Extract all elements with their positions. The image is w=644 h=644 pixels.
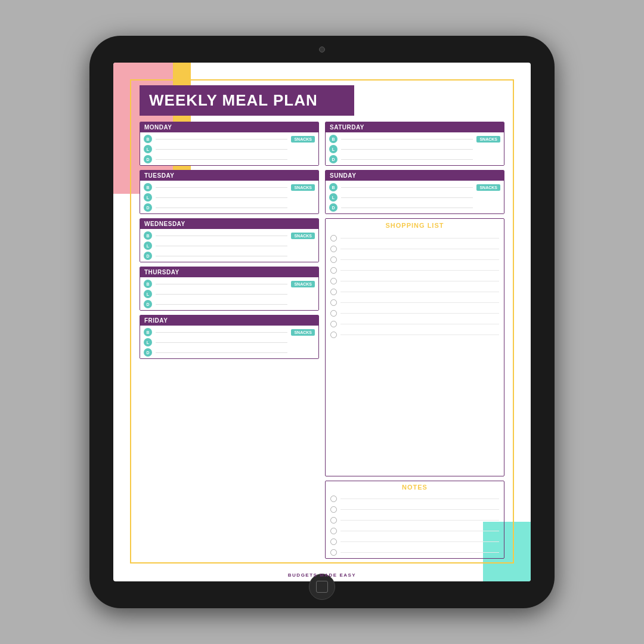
wednesday-dinner: D xyxy=(144,252,287,260)
wednesday-meals: B L D xyxy=(144,231,287,260)
shopping-item-6 xyxy=(330,288,499,295)
thursday-body: B L D xyxy=(140,277,318,310)
dinner-circle: D xyxy=(329,203,338,212)
friday-body: B L D xyxy=(140,326,318,358)
shopping-item-9 xyxy=(330,320,499,327)
check-circle[interactable] xyxy=(330,506,337,513)
check-circle[interactable] xyxy=(330,332,337,338)
saturday-body: B L D xyxy=(326,132,504,165)
meal-line xyxy=(341,197,473,198)
days-grid: MONDAY B L xyxy=(140,122,504,559)
monday-meals: B L D xyxy=(144,135,287,163)
tablet: WEEKLY MEAL PLAN MONDAY B xyxy=(89,36,555,608)
meal-line xyxy=(156,294,287,295)
item-line xyxy=(340,541,499,542)
breakfast-circle: B xyxy=(329,135,338,143)
check-circle[interactable] xyxy=(330,528,337,534)
item-line xyxy=(340,281,499,281)
lunch-circle: L xyxy=(329,145,338,153)
meal-line xyxy=(156,284,287,284)
shopping-list-title: SHOPPING LIST xyxy=(326,219,504,232)
notes-body xyxy=(326,493,504,558)
breakfast-circle: B xyxy=(144,135,152,143)
friday-dinner: D xyxy=(144,348,287,357)
saturday-lunch: L xyxy=(329,145,473,153)
item-line xyxy=(340,313,499,314)
meal-line xyxy=(156,304,287,305)
title-area: WEEKLY MEAL PLAN xyxy=(140,85,354,116)
meal-line xyxy=(156,342,287,343)
friday-meals: B L D xyxy=(144,328,287,357)
wednesday-breakfast: B xyxy=(144,231,287,240)
shopping-item-7 xyxy=(330,299,499,306)
sunday-snacks-badge: SNACKS xyxy=(476,184,500,191)
check-circle[interactable] xyxy=(330,235,337,242)
item-line xyxy=(340,238,499,239)
left-column: MONDAY B L xyxy=(140,122,319,559)
shopping-item-3 xyxy=(330,256,499,263)
item-line xyxy=(340,259,499,260)
wednesday-snacks-badge: SNACKS xyxy=(291,233,315,239)
tuesday-lunch: L xyxy=(144,193,287,202)
shopping-item-1 xyxy=(330,234,499,242)
check-circle[interactable] xyxy=(330,321,337,327)
shopping-item-5 xyxy=(330,277,499,284)
shopping-item-2 xyxy=(330,245,499,252)
thursday-meals: B L D xyxy=(144,280,287,308)
meal-line xyxy=(156,332,287,333)
check-circle[interactable] xyxy=(330,310,337,317)
meal-line xyxy=(341,159,473,160)
friday-header: FRIDAY xyxy=(140,315,318,326)
check-circle[interactable] xyxy=(330,496,337,502)
friday-card: FRIDAY B L xyxy=(140,315,319,359)
tablet-screen: WEEKLY MEAL PLAN MONDAY B xyxy=(113,63,531,581)
shopping-item-4 xyxy=(330,267,499,274)
saturday-meals: B L D xyxy=(329,135,473,163)
dinner-circle: D xyxy=(144,300,152,308)
meal-line xyxy=(156,149,287,150)
footer-brand: BUDGETS MADE EASY xyxy=(113,572,531,578)
thursday-header: THURSDAY xyxy=(140,267,318,277)
note-item-2 xyxy=(330,506,499,513)
breakfast-circle: B xyxy=(144,231,152,240)
meal-line xyxy=(341,208,473,208)
tuesday-body: B L D xyxy=(140,181,318,213)
check-circle[interactable] xyxy=(330,299,337,306)
item-line xyxy=(340,292,499,292)
saturday-header: SATURDAY xyxy=(326,122,504,132)
check-circle[interactable] xyxy=(330,267,337,274)
breakfast-circle: B xyxy=(144,183,152,191)
friday-lunch: L xyxy=(144,338,287,346)
check-circle[interactable] xyxy=(330,289,337,295)
meal-line xyxy=(156,159,287,160)
dinner-circle: D xyxy=(144,203,152,212)
wednesday-lunch: L xyxy=(144,242,287,250)
item-line xyxy=(340,509,499,510)
wednesday-card: WEDNESDAY B L xyxy=(140,218,319,262)
check-circle[interactable] xyxy=(330,278,337,284)
check-circle[interactable] xyxy=(330,256,337,263)
check-circle[interactable] xyxy=(330,538,337,545)
meal-line xyxy=(341,149,473,150)
right-bottom-section: SHOPPING LIST xyxy=(325,218,504,559)
item-line xyxy=(340,552,499,553)
sunday-breakfast: B xyxy=(329,183,473,191)
saturday-card: SATURDAY B L xyxy=(325,122,504,166)
item-line xyxy=(340,531,499,531)
sunday-dinner: D xyxy=(329,203,473,212)
thursday-lunch: L xyxy=(144,290,287,298)
lunch-circle: L xyxy=(144,242,152,250)
check-circle[interactable] xyxy=(330,246,337,252)
check-circle[interactable] xyxy=(330,549,337,556)
item-line xyxy=(340,520,499,521)
monday-breakfast: B xyxy=(144,135,287,143)
thursday-snacks-badge: SNACKS xyxy=(291,281,315,287)
lunch-circle: L xyxy=(144,193,152,202)
meal-line xyxy=(341,187,473,188)
sunday-body: B L D xyxy=(326,181,504,213)
sunday-header: SUNDAY xyxy=(326,171,504,181)
tuesday-card: TUESDAY B L xyxy=(140,170,319,214)
monday-header: MONDAY xyxy=(140,122,318,132)
tuesday-breakfast: B xyxy=(144,183,287,191)
check-circle[interactable] xyxy=(330,517,337,524)
